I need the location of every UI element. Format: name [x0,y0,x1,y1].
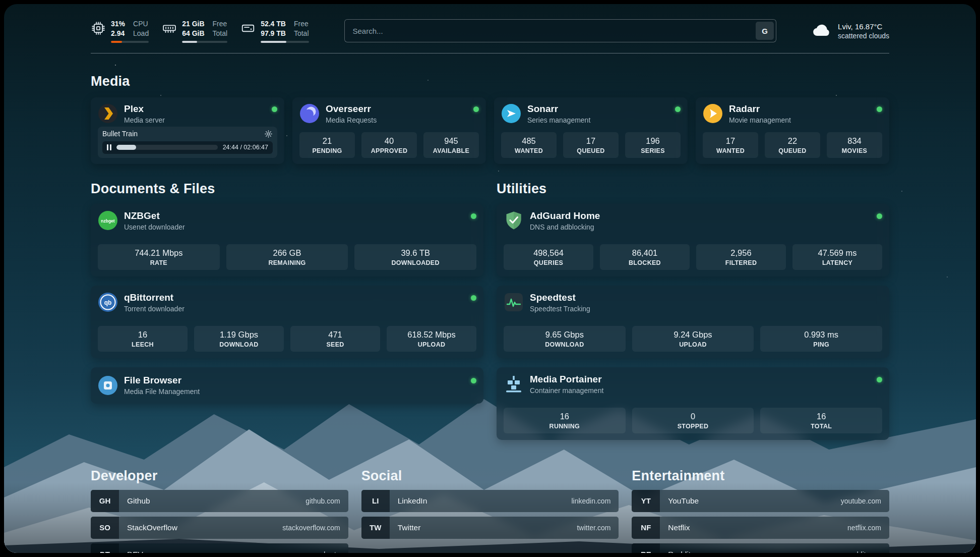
service-subtitle: Torrent downloader [124,305,185,313]
two-column-section: Documents & Files nzbget NZBGet Usenet d… [91,181,889,449]
stat-approved: 40 APPROVED [361,132,417,158]
disk-bar [261,41,309,43]
status-dot [675,106,681,112]
service-name: AdGuard Home [530,210,600,221]
stat-upload: 618.52 Mbps UPLOAD [387,326,476,352]
section-documents: Documents & Files nzbget NZBGet Usenet d… [91,181,483,413]
bookmark-linkedin[interactable]: LI LinkedIn linkedin.com [361,490,619,512]
service-card-adguard[interactable]: AdGuard Home DNS and adblocking 498,564 … [497,204,889,276]
search-input[interactable] [344,19,777,42]
service-name: qBittorrent [124,292,185,303]
media-grid: Plex Media server Bullet Train [91,97,889,164]
stat-blocked: 86,401 BLOCKED [600,244,690,270]
service-subtitle: Speedtest Tracking [530,305,590,313]
bookmark-url: twitter.com [577,524,610,532]
stat-total: 16 TOTAL [760,408,882,433]
status-dot [877,377,882,382]
ram-free-label: Free [213,19,228,29]
bookmark-abbr: RE [632,543,660,553]
status-dot [877,106,882,112]
service-card-sonarr[interactable]: Sonarr Series management 485 WANTED 17 Q… [494,97,688,164]
weather-location-temp: Lviv, 16.87°C [838,22,889,31]
top-bar: 31% 2.94 CPU Load [4,4,976,43]
now-playing-title: Bullet Train [102,130,138,138]
filebrowser-icon [98,375,118,396]
bookmark-abbr: TW [361,517,390,539]
service-card-qbittorrent[interactable]: qb qBittorrent Torrent downloader 16 LEE… [91,286,483,358]
section-media: Media Plex Media server [91,74,889,164]
service-card-overseerr[interactable]: Overseerr Media Requests 21 PENDING 40 A… [292,97,486,164]
bookmark-group-entertainment: Entertainment YT YouTube youtube.com NF … [632,468,889,553]
playback-progress[interactable] [116,145,218,150]
stat-remaining: 266 GB REMAINING [226,244,348,270]
plex-icon [98,103,118,124]
ram-total: 64 GiB [182,29,204,38]
bookmark-name: StackOverflow [127,523,177,532]
pause-icon[interactable] [107,144,111,150]
settings-gear-icon[interactable] [264,130,273,138]
bookmark-abbr: SO [91,517,119,539]
bookmark-url: linkedin.com [572,497,611,505]
cpu-load-label: Load [133,29,149,38]
cpu-bar [111,41,149,43]
stat-upload: 9.24 Gbps UPLOAD [632,326,754,352]
ram-icon [162,21,177,36]
bookmark-stackoverflow[interactable]: SO StackOverflow stackoverflow.com [91,517,348,539]
ram-widget: 21 GiB 64 GiB Free Total [162,19,227,43]
service-card-speedtest[interactable]: Speedtest Speedtest Tracking 9.65 Gbps D… [497,286,889,358]
service-card-nzbget[interactable]: nzbget NZBGet Usenet downloader 744.21 M… [91,204,483,276]
status-dot [473,106,479,112]
stat-pending: 21 PENDING [299,132,355,158]
bookmark-name: LinkedIn [398,496,427,506]
bookmarks-section: Developer GH Github github.com SO StackO… [91,468,889,553]
bookmark-url: stackoverflow.com [282,524,340,532]
status-dot [471,295,476,301]
service-subtitle: Series management [527,116,590,124]
bookmark-group-social: Social LI LinkedIn linkedin.com TW Twitt… [361,468,619,543]
bookmark-reddit[interactable]: RE Reddit reddit.com [632,543,889,553]
service-name: Speedtest [530,292,590,303]
cpu-percent: 31% [111,19,125,29]
disk-free: 52.4 TB [261,19,286,29]
service-name: Sonarr [527,103,590,115]
bookmark-dev[interactable]: DT DEV dev.to [91,543,348,553]
bookmark-github[interactable]: GH Github github.com [91,490,348,512]
service-card-radarr[interactable]: Radarr Movie management 17 WANTED 22 QUE… [696,97,889,164]
section-title-entertainment: Entertainment [632,468,889,484]
playback-bar: 24:44 / 02:06:47 [102,141,273,154]
service-name: Overseerr [326,103,377,115]
service-subtitle: Movie management [729,116,791,124]
stat-downloaded: 39.6 TB DOWNLOADED [354,244,476,270]
bookmark-name: Twitter [398,523,421,532]
nzbget-icon: nzbget [98,210,118,231]
bookmark-netflix[interactable]: NF Netflix netflix.com [632,517,889,539]
service-subtitle: Container management [530,386,603,395]
radarr-icon [703,103,723,124]
service-card-portainer[interactable]: Media Portainer Container management 16 … [497,367,889,440]
stat-ping: 0.993 ms PING [760,326,882,352]
section-title-utilities: Utilities [497,181,889,197]
sonarr-icon [501,103,521,124]
search: G [344,19,777,42]
service-card-filebrowser[interactable]: File Browser Media File Management [91,367,483,404]
bookmark-abbr: LI [361,490,390,512]
search-engine-button[interactable]: G [756,22,774,40]
overseerr-icon [299,103,320,124]
stat-series: 196 SERIES [625,132,681,158]
section-title-media: Media [91,74,889,89]
service-card-plex[interactable]: Plex Media server Bullet Train [91,97,284,164]
section-title-developer: Developer [91,468,348,484]
service-name: Plex [124,103,165,115]
bookmark-twitter[interactable]: TW Twitter twitter.com [361,517,619,539]
service-subtitle: Media File Management [124,387,200,396]
weather-condition: scattered clouds [838,32,889,40]
disk-widget: 52.4 TB 97.9 TB Free Total [240,19,309,43]
stat-rate: 744.21 Mbps RATE [98,244,220,270]
qbittorrent-icon: qb [98,292,118,312]
bookmark-url: youtube.com [841,497,881,505]
disk-icon [240,21,256,36]
svg-text:nzbget: nzbget [101,218,115,224]
service-name: Media Portainer [530,374,603,385]
bookmark-name: YouTube [668,496,699,506]
bookmark-youtube[interactable]: YT YouTube youtube.com [632,490,889,512]
